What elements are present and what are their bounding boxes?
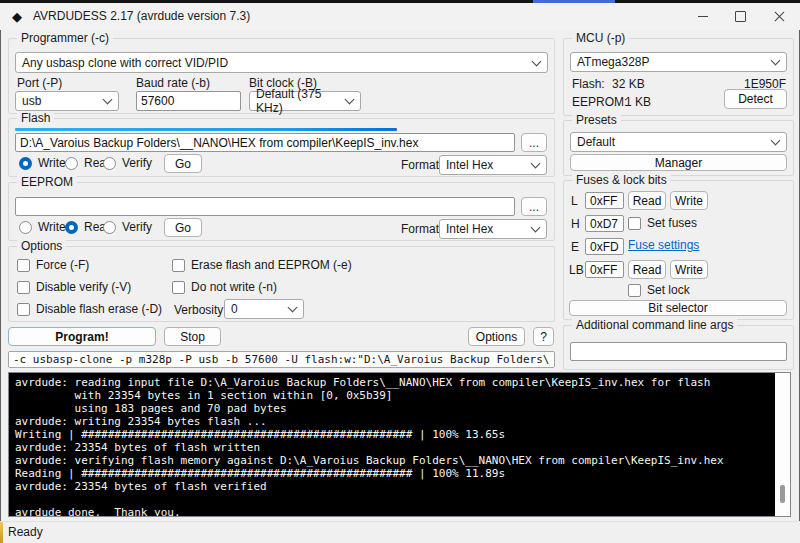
options-group-label: Options [17,239,66,254]
fuse-l-input[interactable] [585,192,624,209]
flash-write-radio[interactable]: Write [19,156,66,170]
baud-rate-label: Baud rate (-b) [136,76,210,90]
programmer-select[interactable]: Any usbasp clone with correct VID/PID [15,52,548,73]
presets-group-label: Presets [572,113,621,128]
fuses-write-label: Write [675,194,703,208]
options-button[interactable]: Options [468,327,525,346]
stop-button[interactable]: Stop [164,327,221,346]
preset-select[interactable]: Default [570,132,787,152]
fuses-read-button[interactable]: Read [628,191,666,210]
eeprom-write-radio[interactable]: Write [19,220,66,234]
checkbox-icon[interactable] [17,259,30,272]
eeprom-browse-button[interactable]: ... [521,197,547,216]
extra-args-group-label: Additional command line args [572,318,737,333]
manager-button[interactable]: Manager [570,154,787,171]
command-line-input[interactable] [8,351,555,368]
help-label: ? [540,330,547,344]
status-text: Ready [8,522,43,543]
flash-browse-button[interactable]: ... [521,133,547,152]
preset-select-value: Default [577,135,615,149]
radio-icon[interactable] [65,221,78,234]
eeprom-format-select[interactable]: Intel Hex [439,219,547,239]
mcu-flash-label: Flash: [572,77,605,91]
set-fuses-checkbox[interactable]: Set fuses [628,216,697,230]
presets-group: Presets Default Manager [563,120,794,176]
browse-ellipsis: ... [529,136,539,150]
checkbox-icon[interactable] [172,281,185,294]
eeprom-group-label: EEPROM [17,175,77,190]
checkbox-icon[interactable] [17,303,30,316]
fuses-group-label: Fuses & lock bits [572,173,671,188]
fuse-e-input[interactable] [585,238,624,255]
eeprom-file-input[interactable] [15,197,515,216]
disable-verify-checkbox[interactable]: Disable verify (-V) [17,280,131,294]
radio-icon[interactable] [65,157,78,170]
flash-go-button[interactable]: Go [164,154,202,173]
fuse-l-label: L [571,194,578,208]
radio-icon[interactable] [19,157,32,170]
force-checkbox[interactable]: Force (-F) [17,258,89,272]
lock-write-button[interactable]: Write [670,260,708,279]
erase-flash-eeprom-checkbox[interactable]: Erase flash and EEPROM (-e) [172,258,352,272]
set-lock-label: Set lock [647,283,690,297]
lock-read-button[interactable]: Read [628,260,666,279]
fuse-e-label: E [571,240,579,254]
fuse-h-label: H [571,217,580,231]
mcu-select-value: ATmega328P [577,55,650,69]
mcu-select[interactable]: ATmega328P [570,52,787,72]
help-button[interactable]: ? [533,327,554,346]
port-select-value: usb [22,94,41,108]
programmer-group-label: Programmer (-c) [17,31,113,46]
programmer-select-value: Any usbasp clone with correct VID/PID [22,56,228,70]
checkbox-icon[interactable] [172,259,185,272]
erase-flash-eeprom-label: Erase flash and EEPROM (-e) [191,258,352,272]
lockbits-input[interactable] [585,261,624,278]
chevron-down-icon [288,303,298,313]
detect-button[interactable]: Detect [724,89,787,109]
radio-icon[interactable] [103,221,116,234]
lock-read-label: Read [633,263,662,277]
chevron-down-icon [103,95,113,105]
radio-icon[interactable] [103,157,116,170]
eeprom-write-label: Write [38,220,66,234]
set-lock-checkbox[interactable]: Set lock [628,283,690,297]
eeprom-verify-radio[interactable]: Verify [103,220,152,234]
console-scrollbar[interactable] [775,373,790,516]
eeprom-go-button[interactable]: Go [164,218,202,237]
checkbox-icon[interactable] [628,284,641,297]
flash-group: Flash ... Write Read Verify Go Format In… [8,118,555,177]
bit-selector-button[interactable]: Bit selector [569,300,787,316]
verbosity-select[interactable]: 0 [224,299,304,319]
baud-rate-input[interactable] [136,91,241,111]
minimize-button[interactable] [688,3,718,30]
chevron-down-icon [345,95,355,105]
bit-clock-select[interactable]: Default (375 KHz) [249,91,361,111]
manager-label: Manager [655,156,702,170]
extra-args-group: Additional command line args [563,325,794,370]
program-button[interactable]: Program! [8,327,156,346]
do-not-write-label: Do not write (-n) [191,280,277,294]
title-bar[interactable]: ◆ AVRDUDESS 2.17 (avrdude version 7.3) [0,3,800,30]
checkbox-icon[interactable] [17,281,30,294]
flash-verify-radio[interactable]: Verify [103,156,152,170]
console-scrollbar-thumb[interactable] [780,485,785,503]
checkbox-icon[interactable] [628,217,641,230]
fuse-settings-link[interactable]: Fuse settings [628,238,699,252]
chevron-down-icon [771,136,781,146]
do-not-write-checkbox[interactable]: Do not write (-n) [172,280,277,294]
mcu-group-label: MCU (-p) [572,31,629,46]
go-label: Go [175,157,191,171]
port-select[interactable]: usb [15,91,119,111]
go-label: Go [175,221,191,235]
disable-flash-erase-checkbox[interactable]: Disable flash erase (-D) [17,302,162,316]
flash-format-select[interactable]: Intel Hex [439,155,547,175]
fuse-h-input[interactable] [585,215,624,232]
extra-args-input[interactable] [570,342,787,361]
verbosity-label: Verbosity [174,303,223,317]
maximize-button[interactable] [725,3,755,30]
radio-icon[interactable] [19,221,32,234]
close-button[interactable] [764,3,794,30]
chevron-down-icon [531,159,541,169]
flash-file-input[interactable] [15,133,515,152]
fuses-write-button[interactable]: Write [670,191,708,210]
